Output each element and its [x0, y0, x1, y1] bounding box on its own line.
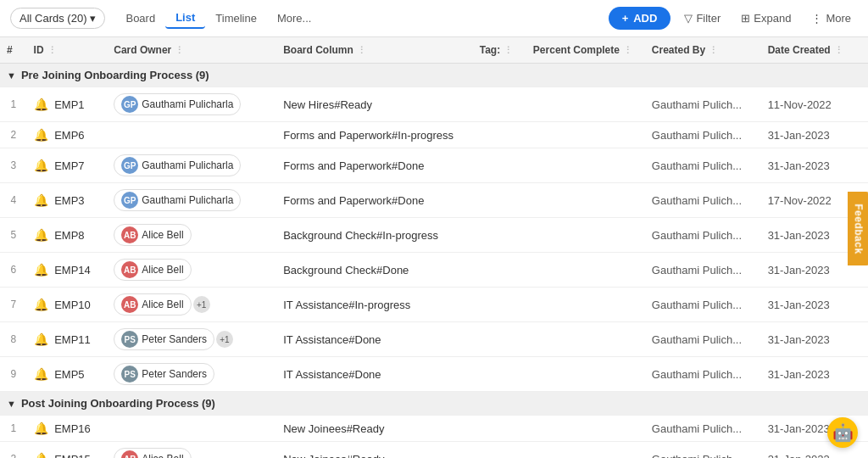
cell-tag — [473, 253, 526, 288]
bell-icon[interactable]: 🔔 — [34, 128, 48, 142]
table-row: 8🔔 EMP11 PS Peter Sanders +1IT Assistanc… — [0, 322, 868, 357]
owner-pill[interactable]: GP Gauthami Pulicharla — [114, 189, 241, 211]
avatar: PS — [121, 366, 138, 383]
owner-pill[interactable]: AB Alice Bell — [114, 259, 191, 281]
cell-board-col: New Joinees#Ready — [276, 416, 473, 442]
more-action[interactable]: ⋮ More — [804, 8, 858, 28]
tab-board[interactable]: Board — [115, 8, 165, 28]
cell-date: 31-Jan-2023 — [761, 122, 868, 148]
filter-action[interactable]: ▽ Filter — [677, 8, 727, 28]
main-table: # ID⋮ Card Owner⋮ Board Column⋮ Tag:⋮ Pe… — [0, 37, 868, 458]
owner-pill[interactable]: GP Gauthami Pulicharla — [114, 93, 241, 115]
cell-id: 🔔 EMP5 — [27, 357, 108, 392]
row-num: 8 — [0, 322, 27, 357]
cell-board-col: New Joinees#Ready — [276, 442, 473, 459]
cell-pct — [526, 253, 645, 288]
cell-date: 31-Jan-2023 — [761, 357, 868, 392]
col-owner-drag[interactable]: ⋮ — [175, 45, 184, 56]
cell-created-by: Gauthami Pulich... — [645, 122, 761, 148]
row-num: 5 — [0, 218, 27, 253]
avatar: AB — [121, 261, 138, 278]
col-id-drag[interactable]: ⋮ — [47, 45, 57, 56]
cell-created-by: Gauthami Pulich... — [645, 288, 761, 322]
col-board-drag[interactable]: ⋮ — [357, 45, 366, 56]
row-num: 1 — [0, 87, 27, 122]
cell-id: 🔔 EMP11 — [27, 322, 108, 357]
cell-pct — [526, 288, 645, 322]
avatar: GP — [121, 192, 138, 209]
group-name: Pre Joining Onboarding Process (9) — [21, 69, 209, 81]
col-tag-drag[interactable]: ⋮ — [504, 45, 513, 56]
group-name: Post Joining Onboarding Process (9) — [21, 397, 215, 410]
table-row: 2🔔 EMP6Forms and Paperwork#In-progressGa… — [0, 122, 868, 148]
cell-owner: AB Alice Bell — [107, 253, 276, 288]
feedback-tab[interactable]: Feedback — [847, 192, 868, 265]
robot-icon[interactable]: 🤖 — [827, 417, 858, 448]
owner-pill[interactable]: AB Alice Bell — [114, 224, 191, 246]
owner-name: Peter Sanders — [142, 368, 207, 380]
tab-timeline[interactable]: Timeline — [205, 8, 267, 28]
cell-board-col: Forms and Paperwork#Done — [276, 183, 473, 218]
col-date-drag[interactable]: ⋮ — [834, 45, 843, 56]
owner-name: Gauthami Pulicharla — [142, 194, 233, 206]
cell-board-col: Forms and Paperwork#In-progress — [276, 122, 473, 148]
col-pct-drag[interactable]: ⋮ — [623, 45, 632, 56]
owner-pill[interactable]: AB Alice Bell — [114, 448, 191, 458]
view-tabs: Board List Timeline More... — [115, 8, 321, 29]
cell-created-by: Gauthami Pulich... — [645, 253, 761, 288]
owner-pill[interactable]: PS Peter Sanders — [114, 363, 214, 385]
cell-created-by: Gauthami Pulich... — [645, 322, 761, 357]
cell-id: 🔔 EMP15 — [27, 442, 108, 459]
cell-created-by: Gauthami Pulich... — [645, 87, 761, 122]
bell-icon[interactable]: 🔔 — [34, 332, 48, 346]
cell-id: 🔔 EMP6 — [27, 122, 108, 148]
bell-icon[interactable]: 🔔 — [34, 98, 48, 111]
cell-id: 🔔 EMP10 — [27, 288, 108, 322]
id-value: EMP7 — [54, 159, 84, 172]
cell-id: 🔔 EMP14 — [27, 253, 108, 288]
bell-icon[interactable]: 🔔 — [34, 452, 48, 458]
owner-pill[interactable]: AB Alice Bell — [114, 293, 191, 316]
bell-icon[interactable]: 🔔 — [34, 367, 48, 381]
add-plus-icon: + — [622, 12, 629, 25]
col-tag: Tag:⋮ — [473, 37, 526, 64]
owner-pill[interactable]: GP Gauthami Pulicharla — [114, 154, 241, 176]
table-container: # ID⋮ Card Owner⋮ Board Column⋮ Tag:⋮ Pe… — [0, 37, 868, 458]
bell-icon[interactable]: 🔔 — [34, 298, 48, 311]
avatar: GP — [121, 96, 138, 113]
add-label: ADD — [633, 12, 657, 25]
id-value: EMP15 — [54, 453, 91, 458]
expand-action[interactable]: ⊞ Expand — [734, 8, 798, 28]
bell-icon[interactable]: 🔔 — [34, 422, 48, 435]
bell-icon[interactable]: 🔔 — [34, 228, 48, 242]
add-button[interactable]: + ADD — [609, 7, 671, 30]
row-num: 4 — [0, 183, 27, 218]
row-num: 2 — [0, 122, 27, 148]
cell-id: 🔔 EMP8 — [27, 218, 108, 253]
cell-created-by: Gauthami Pulich... — [645, 218, 761, 253]
id-value: EMP8 — [54, 229, 84, 242]
col-num: # — [0, 37, 27, 64]
cell-owner: PS Peter Sanders — [107, 357, 276, 392]
row-num: 6 — [0, 253, 27, 288]
col-pct: Percent Complete⋮ — [526, 37, 645, 64]
cards-dropdown[interactable]: All Cards (20) ▾ — [10, 8, 105, 29]
id-value: EMP6 — [54, 129, 84, 142]
group-collapse-icon[interactable]: ▼ — [7, 70, 16, 81]
cell-owner: AB Alice Bell +1 — [107, 288, 276, 322]
filter-icon: ▽ — [684, 12, 693, 25]
bell-icon[interactable]: 🔔 — [34, 193, 48, 207]
tab-list[interactable]: List — [165, 8, 205, 29]
id-value: EMP3 — [54, 194, 84, 207]
owner-pill[interactable]: PS Peter Sanders — [114, 328, 214, 350]
cell-owner: GP Gauthami Pulicharla — [107, 148, 276, 183]
cell-board-col: Background Check#Done — [276, 253, 473, 288]
cell-created-by: Gauthami Pulich... — [645, 416, 761, 442]
group-collapse-icon[interactable]: ▼ — [7, 399, 16, 409]
bell-icon[interactable]: 🔔 — [34, 159, 48, 172]
bell-icon[interactable]: 🔔 — [34, 263, 48, 276]
tab-more[interactable]: More... — [267, 8, 321, 28]
cell-owner: GP Gauthami Pulicharla — [107, 87, 276, 122]
cell-tag — [473, 288, 526, 322]
col-createdby-drag[interactable]: ⋮ — [709, 45, 718, 56]
